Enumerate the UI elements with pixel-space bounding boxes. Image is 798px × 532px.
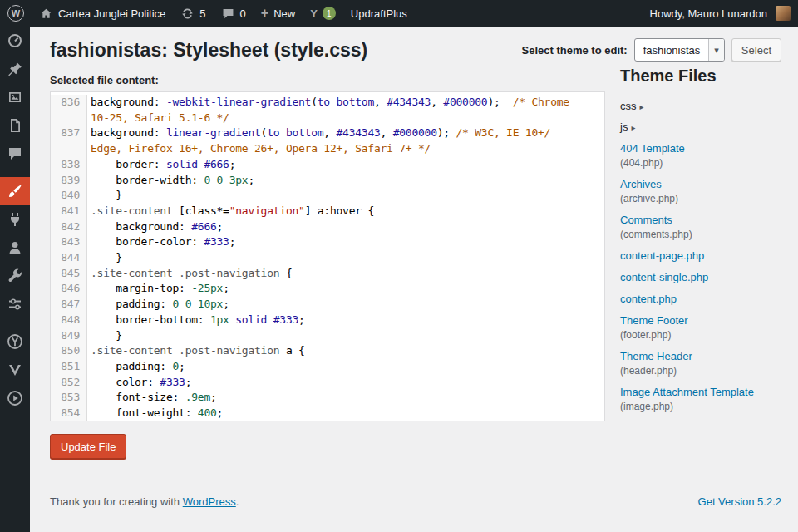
admin-footer: Thank you for creating with WordPress. G… <box>50 495 781 518</box>
theme-file-item: content-page.php <box>620 244 781 266</box>
sidebar-item-settings[interactable] <box>0 290 30 318</box>
code-text: .site-content [class*="navigation"] a:ho… <box>87 204 604 219</box>
line-number: 842 <box>51 219 87 235</box>
yoast-seo-menu[interactable]: Y 1 <box>303 0 343 27</box>
updraftplus-menu[interactable]: UpdraftPlus <box>343 0 415 27</box>
sidebar-item-appearance[interactable] <box>0 177 30 205</box>
comments-count: 0 <box>240 7 246 20</box>
comments-icon <box>7 145 23 162</box>
code-text: Edge, Firefox 16+, Chrome 26+, Opera 12+… <box>87 141 604 157</box>
sidebar-item-video[interactable] <box>0 384 30 412</box>
sidebar-item-updraftplus[interactable] <box>0 356 30 384</box>
line-number <box>51 111 87 126</box>
theme-folder-js[interactable]: js▸ <box>620 116 781 137</box>
line-number: 851 <box>51 359 87 375</box>
code-line: 850.site-content .post-navigation a { <box>51 343 604 359</box>
wp-logo-menu[interactable]: W <box>0 0 32 27</box>
media-icon <box>7 89 23 106</box>
admin-bar: W Cartea Junglei Politice 5 0 + <box>0 0 798 27</box>
sidebar-item-media[interactable] <box>0 83 30 111</box>
code-editor[interactable]: 836background: -webkit-linear-gradient(t… <box>50 91 605 421</box>
code-line: 853 font-size: .9em; <box>51 390 604 406</box>
home-icon <box>39 7 53 21</box>
sidebar-item-yoast-seo[interactable] <box>0 328 30 356</box>
code-line: 841.site-content [class*="navigation"] a… <box>51 204 604 219</box>
wp-admin-screen: W Cartea Junglei Politice 5 0 + <box>0 0 798 532</box>
yoast-icon <box>7 333 23 350</box>
sidebar-item-posts[interactable] <box>0 55 30 83</box>
play-circle-icon <box>7 390 23 406</box>
new-content-menu[interactable]: + New <box>254 0 303 27</box>
code-text: } <box>87 250 604 266</box>
code-line: 851 padding: 0; <box>51 359 604 375</box>
user-icon <box>7 239 23 256</box>
code-text: .site-content .post-navigation { <box>87 266 604 282</box>
site-name-menu[interactable]: Cartea Junglei Politice <box>32 0 173 27</box>
line-number: 848 <box>51 313 87 328</box>
code-text: background: #666; <box>87 219 604 235</box>
line-number: 836 <box>51 95 87 111</box>
admin-bar-right: Howdy, Mauro Lunardon <box>643 0 798 27</box>
v-icon <box>7 362 23 378</box>
theme-file-link[interactable]: content-single.php <box>620 271 708 283</box>
code-line: 836background: -webkit-linear-gradient(t… <box>51 95 604 111</box>
code-text: .site-content .post-navigation a { <box>87 343 604 359</box>
footer-thanks-text: Thank you for creating with <box>50 495 183 508</box>
wordpress-link[interactable]: WordPress <box>183 495 236 508</box>
sidebar-item-plugins[interactable] <box>0 205 30 234</box>
folder-label: css <box>620 100 637 112</box>
code-line: 852 color: #333; <box>51 375 604 391</box>
line-number: 843 <box>51 234 87 250</box>
code-text: } <box>87 328 604 344</box>
update-file-button[interactable]: Update File <box>50 434 126 459</box>
wrench-icon <box>7 268 23 284</box>
theme-file-link[interactable]: content.php <box>620 293 677 305</box>
code-text: font-size: .9em; <box>87 390 604 406</box>
line-number: 838 <box>51 157 87 173</box>
theme-file-filename: (footer.php) <box>620 329 781 341</box>
sidebar-item-tools[interactable] <box>0 262 30 290</box>
theme-file-link[interactable]: content-page.php <box>620 249 704 262</box>
line-number: 850 <box>51 343 87 359</box>
get-version-link[interactable]: Get Version 5.2.2 <box>698 495 781 508</box>
line-number: 839 <box>51 173 87 189</box>
sidebar-item-comments[interactable] <box>0 140 30 168</box>
line-number: 852 <box>51 375 87 391</box>
code-line: 845.site-content .post-navigation { <box>51 266 604 282</box>
sidebar-item-pages[interactable] <box>0 111 30 140</box>
sidebar-item-users[interactable] <box>0 234 30 262</box>
theme-file-link[interactable]: Image Attachment Template <box>620 386 754 398</box>
theme-file-filename: (404.php) <box>620 157 781 169</box>
new-label: New <box>273 7 295 20</box>
theme-folder-css[interactable]: css▸ <box>620 96 781 116</box>
howdy-label: Howdy, Mauro Lunardon <box>650 7 767 20</box>
page-title: fashionistas: Stylesheet (style.css) <box>50 39 367 62</box>
theme-file-item: Theme Header(header.php) <box>620 345 781 381</box>
code-line: 849 } <box>51 328 604 344</box>
updraftplus-label: UpdraftPlus <box>351 7 407 20</box>
theme-file-link[interactable]: Archives <box>620 178 662 190</box>
brush-icon <box>7 183 23 200</box>
theme-file-link[interactable]: Comments <box>620 214 672 226</box>
theme-file-filename: (header.php) <box>620 365 781 377</box>
theme-file-link[interactable]: Theme Footer <box>620 314 688 327</box>
theme-select[interactable]: fashionistas ▾ <box>634 38 725 62</box>
code-line: 838 border: solid #666; <box>51 157 604 173</box>
account-menu[interactable]: Howdy, Mauro Lunardon <box>643 0 798 27</box>
code-line: 837background: linear-gradient(to bottom… <box>51 126 604 141</box>
comments-menu[interactable]: 0 <box>214 0 254 27</box>
line-number: 847 <box>51 297 87 313</box>
sidebar-item-dashboard[interactable] <box>0 27 30 55</box>
theme-files-heading: Theme Files <box>620 66 781 86</box>
select-theme-button[interactable]: Select <box>732 38 781 62</box>
theme-switch-form: Select theme to edit: fashionistas ▾ Sel… <box>522 38 781 62</box>
editor-layout: Selected file content: 836background: -w… <box>50 66 781 459</box>
theme-file-item: content-single.php <box>620 266 781 288</box>
theme-file-link[interactable]: 404 Template <box>620 142 685 155</box>
code-line: 854 font-weight: 400; <box>51 406 604 421</box>
updates-menu[interactable]: 5 <box>173 0 213 27</box>
line-number: 854 <box>51 406 87 421</box>
line-number: 845 <box>51 266 87 282</box>
theme-file-link[interactable]: Theme Header <box>620 350 692 362</box>
code-text: font-weight: 400; <box>87 406 604 421</box>
